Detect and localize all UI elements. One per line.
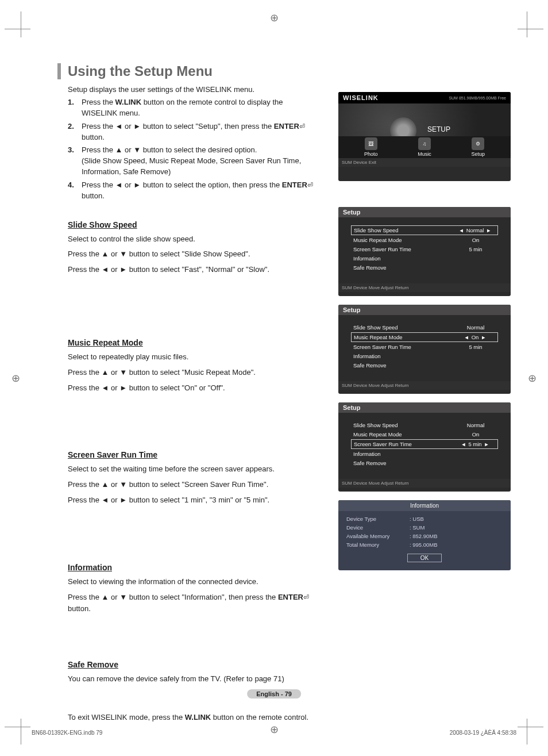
wiselink-setup-label: SETUP: [427, 125, 450, 133]
step-number: 4.: [68, 180, 82, 202]
photo-tab[interactable]: 🖼Photo: [364, 137, 378, 157]
setup-row-selected[interactable]: Screen Saver Run Time◄5 min►: [351, 439, 498, 449]
setup-hints: SUM Device Move Adjust Return: [338, 381, 511, 390]
setup-row[interactable]: Information: [351, 254, 498, 263]
setup-row[interactable]: Screen Saver Run Time5 min: [351, 343, 498, 351]
music-tab[interactable]: ♫Music: [418, 137, 431, 157]
step-item: 3. Press the ▲ or ▼ button to select the…: [68, 145, 315, 178]
section-text: Press the ◄ or ► button to select "Fast"…: [68, 264, 321, 276]
setup-row[interactable]: Information: [351, 450, 498, 458]
setup-row[interactable]: Safe Remove: [351, 361, 498, 370]
setup-row[interactable]: Music Repeat ModeOn: [351, 430, 498, 439]
info-row: Device: SUM: [346, 523, 503, 532]
section-text: Press the ▲ or ▼ button to select "Music…: [68, 367, 321, 379]
page-title: Using the Setup Menu: [57, 63, 514, 79]
setup-row[interactable]: Safe Remove: [351, 263, 498, 272]
section-heading-information: Information: [68, 563, 112, 572]
enter-icon: ⏎: [303, 592, 309, 603]
crop-mark: [5, 29, 30, 29]
wiselink-main-area: SETUP 🖼Photo ♫Music ⚙Setup: [338, 103, 511, 158]
section-text: Press the ▲ or ▼ button to select "Slide…: [68, 248, 321, 260]
step-number: 2.: [68, 121, 82, 143]
ok-button[interactable]: OK: [407, 554, 442, 562]
registration-mark-icon: ⊕: [270, 11, 279, 24]
section-heading-slide-show-speed: Slide Show Speed: [68, 220, 137, 229]
setup-body: Slide Show Speed◄Normal► Music Repeat Mo…: [338, 217, 511, 283]
crop-mark: [518, 29, 543, 29]
section-heading-screen-saver: Screen Saver Run Time: [68, 450, 157, 459]
section-text: Press the ▲ or ▼ button to select "Scree…: [68, 479, 321, 491]
step-number: 1.: [68, 97, 82, 119]
setup-title: Setup: [338, 402, 511, 413]
step-body: Press the ◄ or ► button to select the op…: [82, 180, 315, 202]
crop-mark: [527, 11, 527, 37]
crop-mark: [527, 719, 527, 745]
setup-screenshot-slide: Setup Slide Show Speed◄Normal► Music Rep…: [338, 207, 511, 296]
wiselink-hints: SUM Device Exit: [338, 158, 511, 167]
setup-title: Setup: [338, 207, 511, 217]
registration-mark-icon: ⊕: [528, 372, 537, 385]
wiselink-brand: WISELINK: [343, 94, 379, 101]
photo-icon: 🖼: [365, 137, 377, 150]
left-arrow-icon: ◄: [461, 442, 466, 447]
setup-row-selected[interactable]: Music Repeat Mode◄On►: [351, 332, 498, 342]
setup-screenshot-music: Setup Slide Show SpeedNormal Music Repea…: [338, 305, 511, 394]
section-heading-safe-remove: Safe Remove: [68, 660, 118, 669]
step-item: 1. Press the W.LINK button on the remote…: [68, 97, 315, 119]
setup-hints: SUM Device Move Adjust Return: [338, 283, 511, 292]
manual-page: ⊕ ⊕ ⊕ ⊕ Using the Setup Menu Setup displ…: [0, 0, 548, 756]
step-body: Press the ▲ or ▼ button to select the de…: [82, 145, 315, 178]
right-arrow-icon: ►: [486, 228, 491, 233]
section-heading-music-repeat: Music Repeat Mode: [68, 338, 143, 347]
step-body: Press the ◄ or ► button to select "Setup…: [82, 121, 315, 143]
setup-row[interactable]: Screen Saver Run Time5 min: [351, 245, 498, 254]
right-arrow-icon: ►: [484, 442, 489, 447]
crop-mark: [518, 727, 543, 727]
info-row: Available Memory: 852.90MB: [346, 532, 503, 540]
enter-icon: ⏎: [299, 122, 305, 132]
section-text: Press the ◄ or ► button to select "On" o…: [68, 382, 321, 394]
info-screenshot: Information Device Type: USB Device: SUM…: [338, 500, 511, 570]
info-row: Device Type: USB: [346, 515, 503, 523]
section-text: Select to viewing the information of the…: [68, 576, 321, 588]
info-title: Information: [338, 500, 511, 511]
setup-row-selected[interactable]: Slide Show Speed◄Normal►: [351, 225, 498, 235]
wiselink-topbar: WISELINK SUM 851.98MB/995.00MB Free: [338, 92, 511, 103]
setup-row[interactable]: Slide Show SpeedNormal: [351, 421, 498, 429]
footer-left: BN68-01392K-ENG.indb 79: [32, 730, 102, 736]
registration-mark-icon: ⊕: [270, 723, 279, 736]
page-number-badge: English - 79: [247, 689, 301, 699]
info-row: Total Memory: 995.00MB: [346, 540, 503, 549]
setup-screenshot-saver: Setup Slide Show SpeedNormal Music Repea…: [338, 402, 511, 492]
setup-title: Setup: [338, 305, 511, 315]
step-item: 2. Press the ◄ or ► button to select "Se…: [68, 121, 315, 143]
screenshots-column: WISELINK SUM 851.98MB/995.00MB Free SETU…: [338, 92, 511, 579]
right-arrow-icon: ►: [481, 335, 486, 340]
section-text: Press the ▲ or ▼ button to select "Infor…: [68, 592, 321, 616]
setup-tab[interactable]: ⚙Setup: [472, 137, 485, 157]
wiselink-screenshot: WISELINK SUM 851.98MB/995.00MB Free SETU…: [338, 92, 511, 181]
exit-text: To exit WISELINK mode, press the W.LINK …: [68, 712, 321, 724]
setup-hints: SUM Device Move Adjust Return: [338, 479, 511, 488]
setup-body: Slide Show SpeedNormal Music Repeat Mode…: [338, 315, 511, 381]
setup-row[interactable]: Slide Show SpeedNormal: [351, 323, 498, 332]
steps-list: 1. Press the W.LINK button on the remote…: [68, 97, 315, 202]
registration-mark-icon: ⊕: [11, 372, 20, 385]
crop-mark: [5, 727, 30, 727]
wiselink-bottom-icons: 🖼Photo ♫Music ⚙Setup: [338, 136, 511, 158]
enter-icon: ⏎: [307, 181, 313, 190]
wiselink-memory: SUM 851.98MB/995.00MB Free: [449, 96, 506, 100]
section-text: Select to repeatedly play music files.: [68, 351, 321, 363]
step-number: 3.: [68, 145, 82, 178]
crop-mark: [21, 719, 21, 745]
step-item: 4. Press the ◄ or ► button to select the…: [68, 180, 315, 202]
crop-mark: [21, 11, 21, 37]
setup-row[interactable]: Music Repeat ModeOn: [351, 236, 498, 244]
setup-row[interactable]: Information: [351, 352, 498, 360]
left-arrow-icon: ◄: [464, 335, 469, 340]
gear-small-icon: ⚙: [472, 137, 484, 150]
setup-row[interactable]: Safe Remove: [351, 459, 498, 467]
section-text: You can remove the device safely from th…: [68, 673, 321, 685]
music-icon: ♫: [418, 137, 431, 150]
section-text: Press the ◄ or ► button to select "1 min…: [68, 494, 321, 506]
